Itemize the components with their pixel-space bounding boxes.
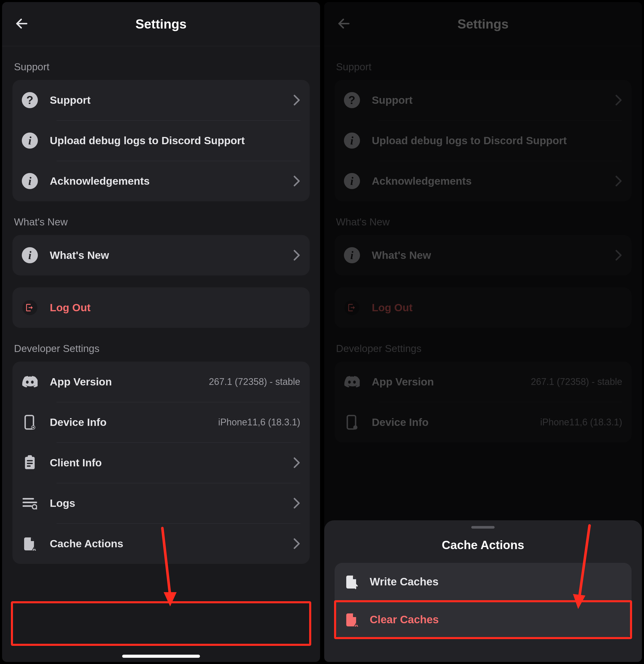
svg-rect-4 (28, 455, 32, 458)
row-label: Client Info (50, 457, 288, 469)
svg-rect-9 (23, 502, 37, 503)
row-acknowledgements[interactable]: i Acknowledgements (13, 161, 310, 201)
svg-rect-23 (356, 626, 357, 627)
svg-rect-22 (356, 624, 357, 625)
sheet-grabber[interactable] (471, 526, 495, 528)
row-label: Logs (50, 497, 288, 510)
row-app-version[interactable]: App Version 267.1 (72358) - stable (13, 361, 310, 402)
discord-icon (22, 374, 38, 390)
help-icon: ? (22, 92, 38, 108)
info-icon: i (22, 247, 38, 263)
row-label: What's New (50, 249, 288, 262)
logout-icon (22, 299, 38, 316)
row-label: Device Info (50, 416, 213, 429)
row-clear-caches[interactable]: Clear Caches (335, 601, 632, 639)
svg-rect-7 (27, 465, 31, 466)
chevron-right-icon (293, 497, 300, 509)
cache-icon (22, 536, 38, 552)
page-title: Settings (136, 17, 186, 32)
group-dev: App Version 267.1 (72358) - stable Devic… (13, 361, 310, 564)
section-label-dev: Developer Settings (14, 343, 310, 354)
row-trail-value: 267.1 (72358) - stable (209, 376, 300, 387)
svg-rect-8 (23, 498, 34, 500)
info-icon: i (22, 132, 38, 149)
row-label: Support (50, 94, 288, 106)
svg-rect-6 (27, 463, 33, 464)
header: Settings (2, 2, 320, 46)
row-client-info[interactable]: Client Info (13, 442, 310, 483)
row-log-out[interactable]: Log Out (13, 287, 310, 328)
info-icon: i (22, 173, 38, 189)
cache-actions-sheet: Cache Actions Write Caches Clear Caches (324, 520, 642, 662)
screen-settings: Settings Support ? Support i Upload debu… (2, 2, 320, 662)
sheet-group: Write Caches Clear Caches (335, 563, 632, 639)
sheet-title: Cache Actions (335, 538, 632, 552)
section-label-support: Support (14, 61, 310, 72)
svg-rect-5 (27, 460, 33, 461)
back-button[interactable] (13, 14, 31, 34)
row-label: Log Out (50, 302, 300, 314)
group-support: ? Support i Upload debug logs to Discord… (13, 80, 310, 201)
section-label-whatsnew: What's New (14, 216, 310, 228)
row-trail-value: iPhone11,6 (18.3.1) (218, 417, 300, 428)
group-logout: Log Out (13, 287, 310, 328)
svg-rect-15 (34, 550, 35, 551)
row-upload-debug[interactable]: i Upload debug logs to Discord Support (13, 120, 310, 161)
back-arrow-icon (15, 16, 29, 31)
row-write-caches[interactable]: Write Caches (335, 563, 632, 601)
chevron-right-icon (293, 250, 300, 261)
svg-rect-14 (34, 548, 35, 549)
row-label: App Version (50, 376, 204, 388)
chevron-right-icon (293, 95, 300, 106)
row-logs[interactable]: Logs (13, 483, 310, 523)
annotation-highlight-cache-actions (11, 601, 311, 646)
settings-content: Support ? Support i Upload debug logs to… (2, 46, 320, 574)
row-support[interactable]: ? Support (13, 80, 310, 120)
row-cache-actions[interactable]: Cache Actions (13, 523, 310, 564)
svg-marker-17 (164, 592, 176, 606)
cache-clear-icon (344, 611, 360, 628)
row-device-info[interactable]: Device Info iPhone11,6 (18.3.1) (13, 402, 310, 442)
row-whats-new[interactable]: i What's New (13, 235, 310, 275)
chevron-right-icon (293, 457, 300, 469)
chevron-right-icon (293, 538, 300, 549)
chevron-right-icon (293, 175, 300, 187)
row-label: Clear Caches (370, 614, 622, 626)
row-label: Write Caches (370, 576, 622, 588)
row-label: Cache Actions (50, 538, 288, 550)
home-indicator (122, 655, 200, 658)
device-icon (22, 414, 38, 430)
group-whatsnew: i What's New (13, 235, 310, 275)
svg-line-12 (36, 509, 37, 510)
cache-write-icon (344, 574, 360, 590)
row-label: Upload debug logs to Discord Support (50, 134, 300, 147)
row-label: Acknowledgements (50, 175, 288, 187)
clipboard-icon (22, 455, 38, 471)
screen-settings-sheet: Settings Support ? Support i Upload debu… (324, 2, 642, 662)
svg-rect-10 (23, 505, 32, 507)
logs-icon (22, 495, 38, 511)
